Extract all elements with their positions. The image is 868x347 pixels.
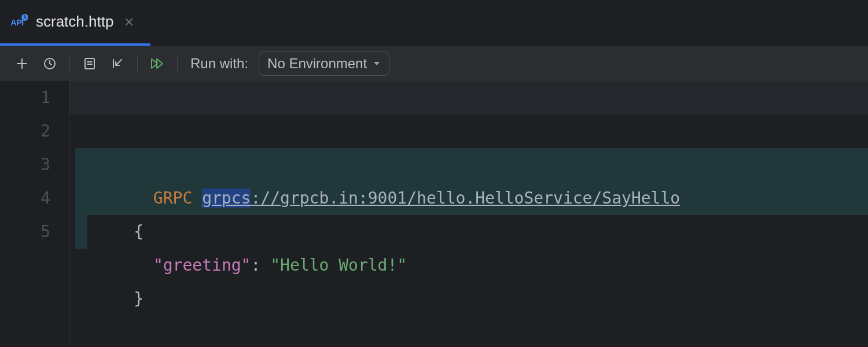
close-tab-button[interactable] xyxy=(122,14,137,29)
json-close-brace: } xyxy=(134,289,144,308)
api-file-icon: A P I xyxy=(10,13,28,31)
import-button[interactable] xyxy=(106,52,129,75)
url-rest: ://grpcb.in:9001/hello.HelloService/SayH… xyxy=(251,189,680,208)
close-icon xyxy=(124,17,134,27)
gutter: 1 2 3 4 5 xyxy=(0,81,69,347)
plus-icon xyxy=(15,57,29,71)
code-area[interactable]: GRPC grpcs://grpcb.in:9001/hello.HelloSe… xyxy=(69,81,868,347)
environment-select[interactable]: No Environment xyxy=(259,51,389,76)
json-key-quote: " xyxy=(153,256,163,275)
history-button[interactable] xyxy=(38,52,61,75)
line-number: 4 xyxy=(0,182,50,215)
import-icon xyxy=(111,57,124,71)
tab-bar: A P I scratch.http xyxy=(0,0,868,46)
run-all-icon xyxy=(150,57,165,71)
code-editor[interactable]: 1 2 3 4 5 GRPC grpcs://grpcb.in:9001/hel… xyxy=(0,81,868,347)
document-icon xyxy=(83,57,96,71)
json-colon: : xyxy=(251,256,260,275)
toolbar-separator xyxy=(69,55,70,72)
line-number: 3 xyxy=(0,148,50,182)
editor-toolbar: Run with: No Environment xyxy=(0,46,868,81)
url-scheme-selected: grpcs xyxy=(202,189,251,208)
toolbar-separator xyxy=(137,55,138,72)
code-line[interactable]: { xyxy=(69,148,868,182)
request-url: grpcs://grpcb.in:9001/hello.HelloService… xyxy=(202,189,680,208)
json-value: Hello World! xyxy=(280,256,397,275)
code-line[interactable]: GRPC grpcs://grpcb.in:9001/hello.HelloSe… xyxy=(69,81,868,115)
line-number: 5 xyxy=(0,215,50,249)
toolbar-separator xyxy=(177,55,178,72)
json-value-quote: " xyxy=(397,256,407,275)
run-with-label: Run with: xyxy=(190,56,248,72)
line-number: 2 xyxy=(0,115,50,148)
json-open-brace: { xyxy=(134,222,144,241)
environment-value: No Environment xyxy=(267,56,367,72)
tab-scratch-http[interactable]: A P I scratch.http xyxy=(0,0,150,46)
tab-label: scratch.http xyxy=(36,13,113,31)
code-line[interactable]: } xyxy=(69,215,868,249)
json-value-quote: " xyxy=(270,256,280,275)
code-line[interactable] xyxy=(69,115,868,148)
line-number: 1 xyxy=(0,81,50,115)
history-icon xyxy=(43,57,57,71)
json-key-quote: " xyxy=(241,256,251,275)
run-all-button[interactable] xyxy=(146,52,169,75)
json-key: greeting xyxy=(163,256,241,275)
examples-button[interactable] xyxy=(78,52,101,75)
request-method: GRPC xyxy=(153,189,192,208)
add-request-button[interactable] xyxy=(10,52,34,75)
chevron-down-icon xyxy=(373,60,381,68)
